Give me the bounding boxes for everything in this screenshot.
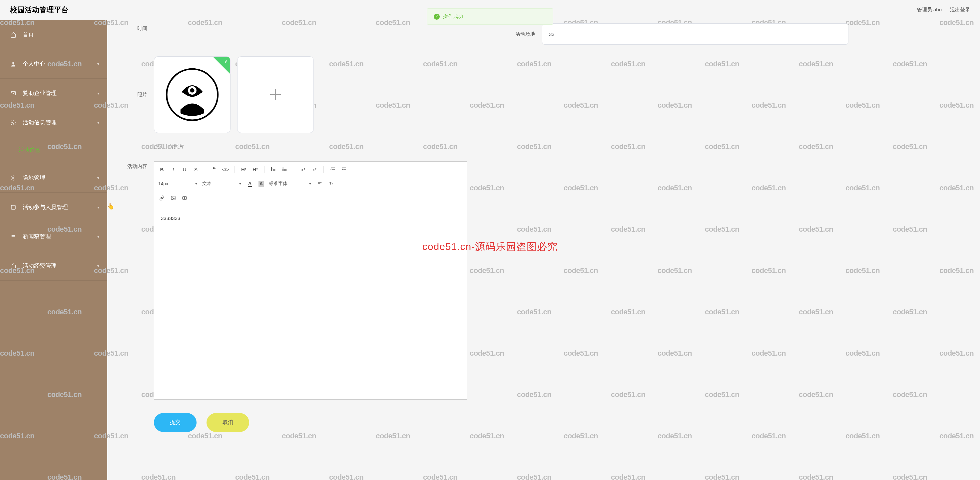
sidebar-item-participants[interactable]: 活动参与人员管理 ▾ bbox=[0, 193, 107, 222]
quote-button[interactable]: ❝ bbox=[210, 165, 218, 174]
text-color-button[interactable]: A bbox=[246, 179, 253, 188]
superscript-button[interactable]: x2 bbox=[311, 165, 318, 174]
bg-color-button[interactable]: A bbox=[258, 179, 265, 188]
svg-point-0 bbox=[12, 62, 14, 64]
sidebar-item-venue[interactable]: 场地管理 ▾ bbox=[0, 163, 107, 193]
sidebar-item-label: 活动经费管理 bbox=[23, 262, 57, 270]
uploaded-image-card[interactable] bbox=[154, 56, 231, 133]
rich-text-editor: B I U S ❝ </> H1 H2 123 x2 bbox=[154, 161, 467, 400]
gear-icon bbox=[10, 175, 17, 181]
sidebar-item-budget[interactable]: 活动经费管理 ▾ bbox=[0, 251, 107, 281]
sidebar-item-activity-info[interactable]: 活动信息管理 ▾ bbox=[0, 108, 107, 137]
time-label: 时间 bbox=[107, 23, 154, 32]
list-icon bbox=[10, 234, 17, 240]
plus-icon bbox=[267, 87, 283, 103]
sidebar-item-profile[interactable]: 个人中心 ▾ bbox=[0, 49, 107, 79]
chevron-down-icon: ▾ bbox=[97, 175, 99, 180]
chevron-down-icon: ▾ bbox=[97, 120, 99, 125]
sidebar-item-label: 活动信息管理 bbox=[23, 119, 57, 126]
sidebar-item-home[interactable]: 首页 bbox=[0, 20, 107, 49]
sidebar-item-label: 赞助企业管理 bbox=[23, 89, 57, 97]
code-button[interactable]: </> bbox=[222, 165, 229, 174]
sidebar-item-label: 活动参与人员管理 bbox=[23, 203, 68, 211]
sidebar-item-label: 场地管理 bbox=[23, 174, 45, 182]
link-button[interactable] bbox=[158, 194, 165, 203]
editor-textarea[interactable]: 3333333 bbox=[154, 206, 467, 399]
svg-point-24 bbox=[283, 169, 283, 170]
bold-button[interactable]: B bbox=[158, 165, 165, 174]
svg-rect-4 bbox=[11, 205, 15, 209]
check-corner-icon bbox=[212, 56, 231, 75]
content-label: 活动内容 bbox=[107, 161, 154, 170]
sidebar-item-label: 个人中心 bbox=[23, 60, 45, 68]
h2-button[interactable]: H2 bbox=[251, 165, 259, 174]
success-toast: ✓ 操作成功 bbox=[427, 8, 553, 25]
svg-point-25 bbox=[283, 170, 283, 171]
svg-point-23 bbox=[283, 167, 283, 168]
toast-text: 操作成功 bbox=[443, 13, 463, 20]
indent-decrease-button[interactable] bbox=[329, 165, 336, 174]
align-button[interactable] bbox=[316, 179, 323, 188]
home-icon bbox=[10, 32, 17, 38]
h1-button[interactable]: H1 bbox=[240, 165, 248, 174]
briefcase-icon bbox=[10, 263, 17, 269]
block-type-select[interactable]: 文本 bbox=[202, 179, 242, 188]
image-button[interactable] bbox=[170, 194, 177, 203]
video-button[interactable] bbox=[181, 194, 188, 203]
chevron-down-icon: ▾ bbox=[97, 205, 99, 210]
chevron-down-icon: ▾ bbox=[97, 234, 99, 239]
svg-rect-8 bbox=[11, 265, 16, 268]
list-icon bbox=[10, 204, 17, 210]
cancel-button[interactable]: 取消 bbox=[207, 413, 249, 432]
user-icon bbox=[10, 61, 17, 67]
check-circle-icon: ✓ bbox=[434, 14, 440, 20]
sidebar-item-sponsor[interactable]: 赞助企业管理 ▾ bbox=[0, 79, 107, 108]
editor-toolbar: B I U S ❝ </> H1 H2 123 x2 bbox=[154, 162, 467, 206]
sidebar-item-label: 首页 bbox=[23, 31, 34, 38]
clear-format-button[interactable]: Tx bbox=[328, 179, 335, 188]
avatar-placeholder-icon bbox=[165, 68, 219, 121]
sidebar: 首页 个人中心 ▾ 赞助企业管理 ▾ 活动信息管理 ▾ 活动信息 场地管理 ▾ … bbox=[0, 20, 107, 480]
strike-button[interactable]: S bbox=[192, 165, 199, 174]
venue-label: 活动场地 bbox=[515, 31, 535, 37]
admin-label[interactable]: 管理员 abo bbox=[917, 7, 942, 13]
svg-point-36 bbox=[172, 197, 173, 198]
main-content: 时间 活动场地 照片 bbox=[107, 20, 980, 480]
font-family-select[interactable]: 标准字体 bbox=[269, 179, 312, 188]
svg-marker-38 bbox=[184, 197, 185, 199]
ordered-list-button[interactable]: 123 bbox=[270, 165, 277, 174]
svg-point-11 bbox=[190, 88, 194, 92]
gear-icon bbox=[10, 120, 17, 126]
svg-point-2 bbox=[13, 122, 14, 123]
upload-hint: 点击上传照片 bbox=[154, 144, 184, 150]
unordered-list-button[interactable] bbox=[281, 165, 288, 174]
app-title: 校园活动管理平台 bbox=[10, 5, 68, 15]
sidebar-subitem-activity-info[interactable]: 活动信息 bbox=[0, 137, 107, 163]
svg-text:3: 3 bbox=[271, 170, 272, 171]
upload-add-button[interactable] bbox=[237, 56, 314, 133]
sidebar-item-label: 新闻稿管理 bbox=[23, 233, 51, 240]
photo-label: 照片 bbox=[107, 92, 154, 98]
underline-button[interactable]: U bbox=[181, 165, 188, 174]
chevron-down-icon: ▾ bbox=[97, 91, 99, 96]
chevron-down-icon: ▾ bbox=[97, 62, 99, 66]
submit-button[interactable]: 提交 bbox=[154, 413, 197, 432]
svg-point-3 bbox=[13, 177, 14, 179]
chevron-down-icon: ▾ bbox=[97, 264, 99, 268]
logout-link[interactable]: 退出登录 bbox=[950, 7, 970, 13]
italic-button[interactable]: I bbox=[170, 165, 177, 174]
indent-increase-button[interactable] bbox=[340, 165, 348, 174]
font-size-select[interactable]: 14px bbox=[158, 179, 198, 188]
mail-icon bbox=[10, 90, 17, 96]
sidebar-item-news[interactable]: 新闻稿管理 ▾ bbox=[0, 222, 107, 251]
subscript-button[interactable]: x2 bbox=[299, 165, 307, 174]
venue-input[interactable] bbox=[542, 23, 848, 45]
